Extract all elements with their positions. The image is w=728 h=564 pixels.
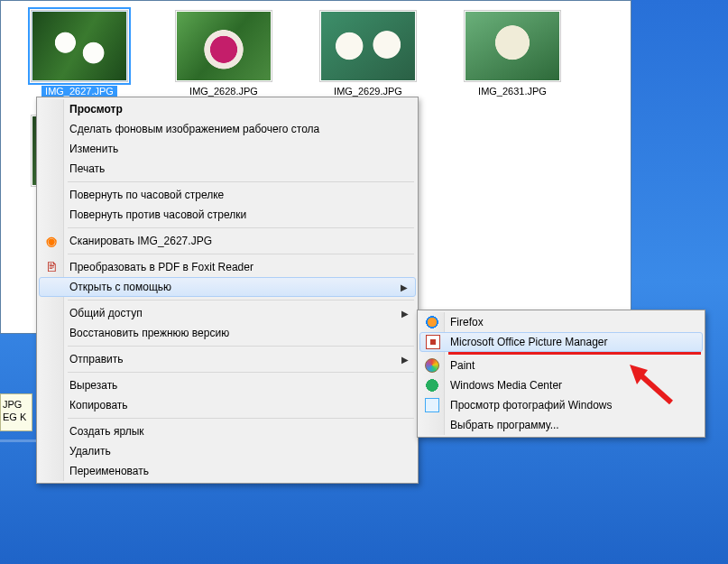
menu-label: Создать ярлык	[69, 425, 144, 438]
tooltip-line: EG K	[3, 411, 30, 423]
menu-label: Вырезать	[69, 379, 117, 392]
thumbnail-label: IMG_2631.JPG	[478, 86, 547, 97]
menu-item-open-with[interactable]: Открыть с помощью ▶	[39, 277, 416, 297]
menu-separator	[68, 254, 414, 254]
menu-label: Просмотр фотографий Windows	[450, 399, 612, 411]
menu-label: Открыть с помощью	[69, 281, 171, 293]
thumbnail-item[interactable]: IMG_2631.JPG	[463, 10, 562, 97]
paint-icon	[425, 358, 439, 373]
menu-separator	[68, 418, 414, 419]
submenu-item-choose-program[interactable]: Выбрать программу...	[419, 415, 703, 435]
menu-label: Windows Media Center	[450, 379, 562, 392]
menu-label: Просмотр	[69, 103, 123, 116]
thumbnail-image	[321, 12, 415, 80]
thumbnail-label: IMG_2627.JPG	[41, 86, 117, 97]
menu-item-set-wallpaper[interactable]: Сделать фоновым изображением рабочего ст…	[39, 119, 416, 139]
open-with-submenu: Firefox Microsoft Office Picture Manager…	[417, 310, 705, 438]
menu-label: Повернуть по часовой стрелке	[69, 189, 224, 201]
menu-item-view[interactable]: Просмотр	[39, 99, 416, 119]
menu-item-print[interactable]: Печать	[39, 159, 416, 179]
submenu-item-windows-media-center[interactable]: Windows Media Center	[419, 375, 703, 395]
menu-label: Удалить	[69, 445, 111, 458]
menu-label: Преобразовать в PDF в Foxit Reader	[69, 261, 253, 273]
submenu-arrow-icon: ▶	[401, 309, 409, 319]
picture-manager-icon	[426, 335, 440, 349]
menu-label: Копировать	[69, 399, 128, 411]
thumbnail-image	[32, 12, 126, 80]
menu-item-scan[interactable]: ◉ Сканировать IMG_2627.JPG	[39, 231, 416, 251]
menu-label: Восстановить прежнюю версию	[69, 327, 229, 339]
tooltip-box: JPG EG K	[0, 393, 32, 431]
menu-item-share[interactable]: Общий доступ ▶	[39, 303, 416, 323]
menu-item-cut[interactable]: Вырезать	[39, 375, 416, 395]
menu-label: Повернуть против часовой стрелки	[69, 208, 246, 221]
menu-separator	[68, 372, 414, 373]
thumbnail-item[interactable]: IMG_2628.JPG	[174, 10, 273, 97]
submenu-item-ms-office-picture-manager[interactable]: Microsoft Office Picture Manager	[419, 332, 703, 352]
menu-label: Paint	[450, 359, 475, 372]
menu-label: Сделать фоновым изображением рабочего ст…	[69, 123, 319, 135]
media-center-icon	[425, 378, 439, 393]
menu-label: Отправить	[69, 353, 124, 365]
thumbnail-image	[177, 12, 271, 80]
pdf-icon: 🖹	[44, 260, 59, 274]
menu-separator	[68, 181, 414, 182]
thumbnail-row: IMG_2627.JPG IMG_2628.JPG IMG_2629.JPG I…	[1, 1, 631, 106]
menu-label: Сканировать IMG_2627.JPG	[69, 235, 212, 247]
menu-item-delete[interactable]: Удалить	[39, 441, 416, 461]
menu-item-rename[interactable]: Переименовать	[39, 461, 416, 481]
submenu-item-windows-photo-viewer[interactable]: Просмотр фотографий Windows	[419, 395, 703, 415]
menu-label: Изменить	[69, 143, 118, 155]
menu-item-convert-pdf[interactable]: 🖹 Преобразовать в PDF в Foxit Reader	[39, 257, 416, 277]
thumbnail-label: IMG_2628.JPG	[189, 86, 258, 97]
firefox-icon	[425, 315, 439, 329]
scan-icon: ◉	[44, 234, 59, 248]
menu-label: Переименовать	[69, 465, 149, 477]
submenu-arrow-icon: ▶	[401, 355, 409, 365]
context-menu: Просмотр Сделать фоновым изображением ра…	[36, 97, 419, 484]
thumbnail-item[interactable]: IMG_2629.JPG	[318, 10, 418, 97]
menu-item-rotate-cw[interactable]: Повернуть по часовой стрелке	[39, 185, 416, 205]
menu-item-copy[interactable]: Копировать	[39, 395, 416, 415]
thumbnail-label: IMG_2629.JPG	[334, 86, 402, 97]
menu-item-edit[interactable]: Изменить	[39, 139, 416, 159]
annotation-underline	[448, 352, 701, 355]
thumbnail-item[interactable]: IMG_2627.JPG	[30, 10, 129, 97]
taskbar-edge	[0, 439, 36, 442]
menu-label: Общий доступ	[69, 307, 143, 319]
menu-item-rotate-ccw[interactable]: Повернуть против часовой стрелки	[39, 205, 416, 225]
menu-item-restore-version[interactable]: Восстановить прежнюю версию	[39, 323, 416, 343]
menu-separator	[68, 346, 414, 347]
menu-item-create-shortcut[interactable]: Создать ярлык	[39, 421, 416, 441]
menu-label: Microsoft Office Picture Manager	[450, 336, 608, 348]
photo-viewer-icon	[425, 398, 439, 412]
tooltip-line: JPG	[3, 398, 30, 411]
thumbnail-image	[465, 12, 559, 80]
submenu-item-paint[interactable]: Paint	[419, 356, 703, 375]
submenu-arrow-icon: ▶	[401, 282, 408, 292]
menu-item-send-to[interactable]: Отправить ▶	[39, 349, 416, 369]
submenu-item-firefox[interactable]: Firefox	[419, 312, 703, 332]
menu-label: Выбрать программу...	[450, 419, 559, 431]
menu-label: Печать	[69, 162, 105, 175]
menu-separator	[68, 227, 414, 228]
menu-separator	[68, 300, 414, 300]
menu-label: Firefox	[450, 316, 484, 328]
